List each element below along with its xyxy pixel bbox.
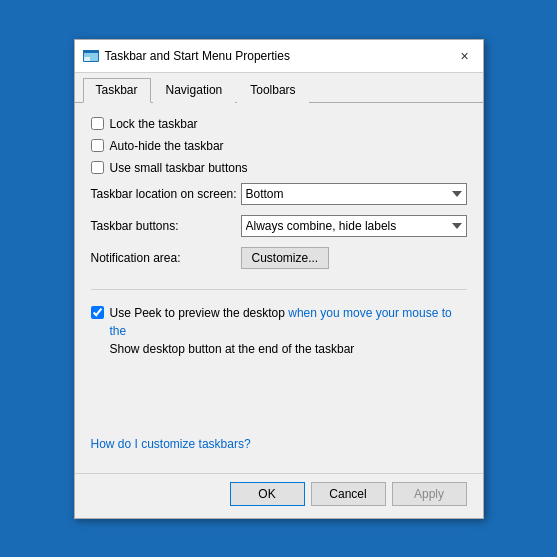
auto-hide-checkbox[interactable]	[91, 139, 104, 152]
dialog-window: Taskbar and Start Menu Properties × Task…	[74, 39, 484, 519]
peek-checkbox[interactable]	[91, 306, 104, 319]
peek-label[interactable]: Use Peek to preview the desktop when you…	[110, 304, 467, 358]
lock-taskbar-row: Lock the taskbar	[91, 117, 467, 131]
buttons-label: Taskbar buttons:	[91, 219, 241, 233]
title-bar: Taskbar and Start Menu Properties ×	[75, 40, 483, 73]
tab-taskbar[interactable]: Taskbar	[83, 78, 151, 103]
close-button[interactable]: ×	[455, 46, 475, 66]
svg-rect-2	[83, 50, 99, 53]
location-control: Bottom Top Left Right	[241, 183, 467, 205]
svg-rect-3	[84, 57, 90, 61]
lock-taskbar-label[interactable]: Lock the taskbar	[110, 117, 198, 131]
dialog-title: Taskbar and Start Menu Properties	[105, 49, 455, 63]
spacer	[91, 358, 467, 437]
button-bar: OK Cancel Apply	[75, 473, 483, 518]
notification-row: Notification area: Customize...	[91, 247, 467, 269]
tab-toolbars[interactable]: Toolbars	[237, 78, 308, 103]
location-select[interactable]: Bottom Top Left Right	[241, 183, 467, 205]
cancel-button[interactable]: Cancel	[311, 482, 386, 506]
small-buttons-row: Use small taskbar buttons	[91, 161, 467, 175]
customize-button[interactable]: Customize...	[241, 247, 330, 269]
auto-hide-row: Auto-hide the taskbar	[91, 139, 467, 153]
location-label: Taskbar location on screen:	[91, 187, 241, 201]
tab-bar: Taskbar Navigation Toolbars	[75, 73, 483, 103]
link-area: How do I customize taskbars?	[91, 437, 467, 459]
apply-button[interactable]: Apply	[392, 482, 467, 506]
tab-navigation[interactable]: Navigation	[153, 78, 236, 103]
small-buttons-label[interactable]: Use small taskbar buttons	[110, 161, 248, 175]
notification-label: Notification area:	[91, 251, 241, 265]
peek-row: Use Peek to preview the desktop when you…	[91, 304, 467, 358]
notification-control: Customize...	[241, 247, 467, 269]
buttons-control: Always combine, hide labels Combine when…	[241, 215, 467, 237]
peek-highlight: when you move your mouse to the	[110, 306, 452, 338]
ok-button[interactable]: OK	[230, 482, 305, 506]
small-buttons-checkbox[interactable]	[91, 161, 104, 174]
buttons-row: Taskbar buttons: Always combine, hide la…	[91, 215, 467, 237]
tab-content: Lock the taskbar Auto-hide the taskbar U…	[75, 103, 483, 473]
auto-hide-label[interactable]: Auto-hide the taskbar	[110, 139, 224, 153]
peek-text: Use Peek to preview the desktop when you…	[110, 306, 452, 356]
taskbar-buttons-select[interactable]: Always combine, hide labels Combine when…	[241, 215, 467, 237]
lock-taskbar-checkbox[interactable]	[91, 117, 104, 130]
location-row: Taskbar location on screen: Bottom Top L…	[91, 183, 467, 205]
customize-taskbars-link[interactable]: How do I customize taskbars?	[91, 437, 251, 451]
separator	[91, 289, 467, 290]
dialog-icon	[83, 48, 99, 64]
